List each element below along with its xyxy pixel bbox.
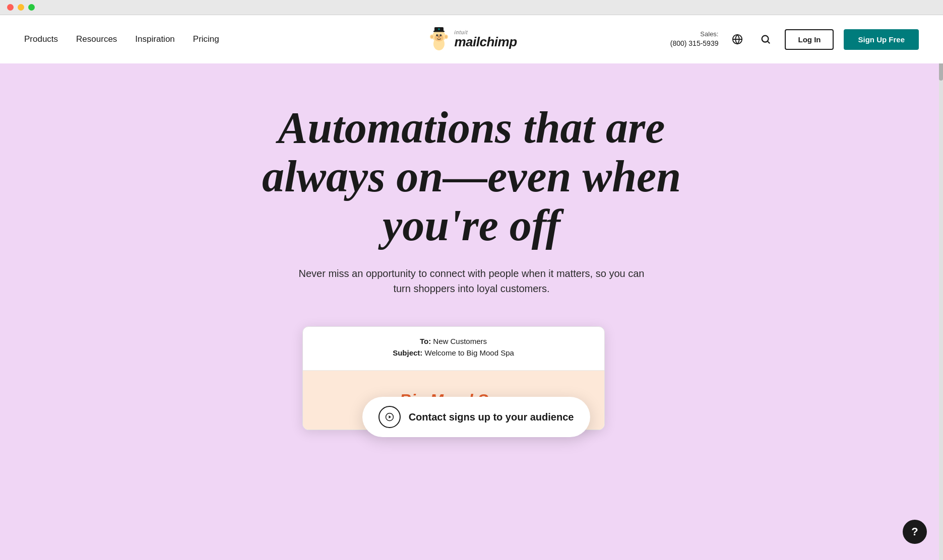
- svg-point-3: [430, 35, 433, 38]
- mailchimp-monkey-icon: [426, 27, 451, 52]
- svg-marker-20: [389, 415, 391, 418]
- illustration-area: To: New Customers Subject: Welcome to Bi…: [119, 326, 825, 467]
- sales-label: Sales:: [670, 30, 719, 39]
- svg-point-12: [438, 36, 438, 37]
- hero-title: Automations that are always on—even when…: [245, 104, 699, 250]
- search-icon[interactable]: [757, 30, 775, 48]
- play-icon: [379, 406, 401, 428]
- navbar: Products Resources Inspiration Pricing: [0, 15, 943, 63]
- svg-point-10: [441, 35, 442, 36]
- nav-item-products[interactable]: Products: [24, 34, 58, 44]
- svg-point-13: [439, 36, 439, 37]
- login-button[interactable]: Log In: [785, 29, 834, 50]
- nav-item-inspiration[interactable]: Inspiration: [135, 34, 174, 44]
- svg-point-18: [762, 36, 769, 42]
- mac-fullscreen-dot[interactable]: [28, 4, 35, 11]
- email-to-label: To:: [420, 337, 431, 345]
- sales-info: Sales: (800) 315-5939: [670, 30, 719, 49]
- logo-mailchimp-label: mailchimp: [454, 35, 517, 48]
- automation-card[interactable]: Contact signs up to your audience: [362, 397, 590, 437]
- sales-phone[interactable]: (800) 315-5939: [670, 39, 719, 49]
- email-header: To: New Customers Subject: Welcome to Bi…: [303, 327, 604, 371]
- nav-item-resources[interactable]: Resources: [76, 34, 117, 44]
- hero-section: Automations that are always on—even when…: [0, 63, 943, 467]
- email-subject-value: Welcome to Big Mood Spa: [425, 348, 514, 357]
- mac-close-dot[interactable]: [7, 4, 14, 11]
- mac-minimize-dot[interactable]: [18, 4, 24, 11]
- automation-text: Contact signs up to your audience: [409, 411, 574, 423]
- mailchimp-logo[interactable]: intuit mailchimp: [426, 27, 517, 52]
- nav-center: intuit mailchimp: [426, 27, 517, 52]
- signup-button[interactable]: Sign Up Free: [844, 29, 919, 50]
- nav-right: Sales: (800) 315-5939 Log In Sign Up Fre…: [670, 29, 919, 50]
- scrollbar[interactable]: [939, 15, 943, 560]
- email-to-value: New Customers: [433, 337, 487, 345]
- email-to-line: To: New Customers: [315, 337, 592, 345]
- svg-point-11: [437, 36, 439, 38]
- email-subject-label: Subject:: [393, 348, 422, 357]
- help-button[interactable]: ?: [903, 520, 927, 544]
- svg-point-16: [437, 28, 439, 30]
- svg-point-5: [445, 35, 447, 38]
- logo-text: intuit mailchimp: [454, 30, 517, 48]
- mac-chrome: [0, 0, 943, 15]
- svg-point-9: [437, 35, 438, 36]
- nav-item-pricing[interactable]: Pricing: [193, 34, 219, 44]
- email-subject-line: Subject: Welcome to Big Mood Spa: [315, 348, 592, 357]
- hero-subtitle: Never miss an opportunity to connect wit…: [295, 266, 648, 296]
- nav-left: Products Resources Inspiration Pricing: [24, 34, 219, 44]
- globe-icon[interactable]: [728, 30, 746, 48]
